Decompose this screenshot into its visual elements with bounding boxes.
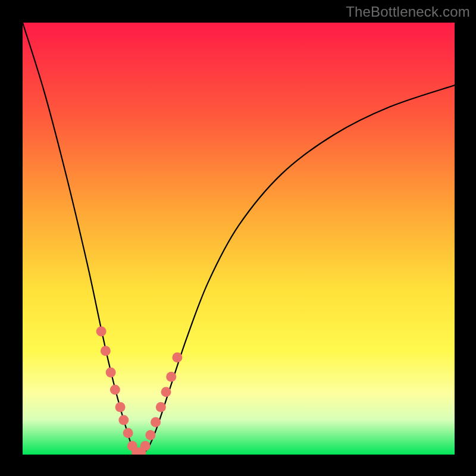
highlight-dot: [101, 346, 111, 356]
highlight-dots-group: [96, 327, 183, 455]
highlight-dot: [123, 428, 133, 438]
highlight-dot: [161, 387, 171, 397]
highlight-dot: [96, 327, 107, 337]
highlight-dot: [172, 352, 182, 362]
watermark-text: TheBottleneck.com: [346, 4, 470, 20]
highlight-dot: [151, 417, 161, 427]
highlight-dot: [106, 368, 116, 378]
highlight-dot: [140, 441, 151, 451]
chart-frame: TheBottleneck.com: [0, 0, 476, 476]
highlight-dot: [156, 402, 166, 412]
highlight-dot: [145, 430, 155, 440]
bottleneck-curve-path: [23, 23, 455, 455]
bottleneck-curve-svg: [23, 23, 455, 455]
highlight-dot: [118, 415, 129, 425]
highlight-dot: [110, 385, 120, 395]
highlight-dot: [115, 402, 126, 412]
plot-area: [23, 23, 455, 455]
highlight-dot: [166, 372, 176, 382]
